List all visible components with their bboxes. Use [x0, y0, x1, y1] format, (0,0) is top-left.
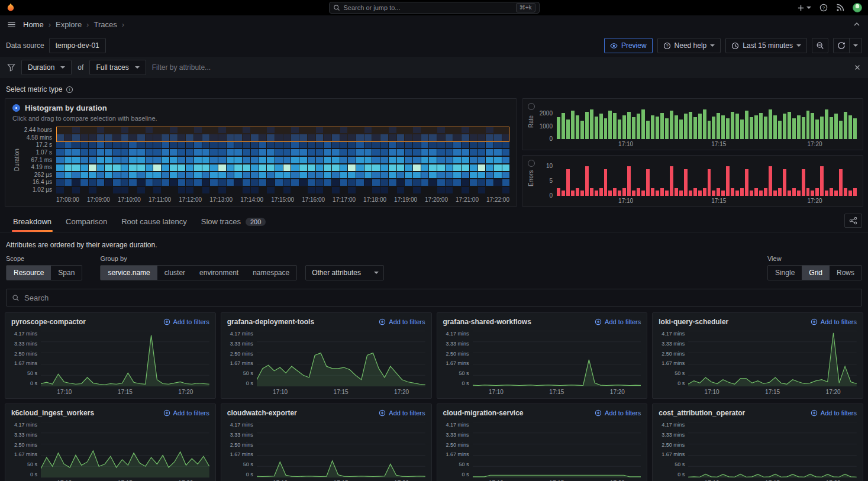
heatmap-cell [234, 142, 242, 149]
view-option-single[interactable]: Single [768, 266, 802, 280]
heatmap-cell [251, 149, 259, 156]
time-range-picker[interactable]: Last 15 minutes [725, 38, 807, 53]
zoom-out-button[interactable] [812, 38, 828, 53]
bar [698, 191, 702, 196]
tab-comparison[interactable]: Comparison [59, 212, 114, 232]
menu-toggle[interactable] [7, 20, 16, 29]
heatmap-cell [97, 157, 105, 163]
heatmap-cell [389, 187, 396, 193]
plot-area [473, 331, 641, 386]
need-help-button[interactable]: ? Need help [657, 38, 721, 53]
bar [660, 113, 664, 139]
top-search-input[interactable]: Search or jump to... ⌘+k [329, 2, 540, 14]
bar [848, 191, 852, 196]
add-to-filters-button[interactable]: Add to filters [379, 409, 425, 417]
heatmap-cell [316, 142, 324, 149]
circle-plus-icon [595, 318, 602, 325]
breadcrumb-item-home[interactable]: Home [23, 20, 44, 29]
heatmap-cell [162, 142, 169, 149]
heatmap-cell [324, 164, 331, 171]
breakdown-search-input[interactable]: Search [6, 289, 862, 306]
add-to-filters-button[interactable]: Add to filters [163, 409, 209, 417]
heatmap-cell [178, 179, 186, 186]
breadcrumb-item-traces[interactable]: Traces [93, 20, 117, 29]
add-button[interactable] [797, 4, 811, 12]
other-attributes-select[interactable]: Other attributes [305, 265, 384, 280]
add-to-filters-button[interactable]: Add to filters [163, 318, 209, 325]
preview-button[interactable]: Preview [604, 38, 653, 53]
heatmap-cell [453, 157, 461, 163]
add-to-filters-button[interactable]: Add to filters [595, 318, 641, 325]
refresh-interval-button[interactable] [849, 38, 862, 53]
heatmap-cell [332, 187, 340, 193]
add-to-filters-button[interactable]: Add to filters [811, 409, 857, 417]
share-button[interactable] [844, 214, 862, 228]
add-to-filters-button[interactable]: Add to filters [595, 409, 641, 417]
add-to-filters-button[interactable]: Add to filters [811, 318, 857, 325]
datasource-select[interactable]: tempo-dev-01 [49, 38, 106, 53]
groupby-option-namespace[interactable]: namespace [246, 266, 296, 280]
heatmap-cell [202, 157, 210, 163]
bar [637, 188, 640, 196]
heatmap-cell [453, 142, 461, 149]
avatar[interactable] [853, 3, 862, 12]
y-tick: 1.67 mins [14, 360, 37, 366]
bar [764, 117, 767, 139]
heatmap-cell [502, 187, 510, 193]
heatmap-cell [494, 187, 502, 193]
bar [646, 121, 650, 139]
breadcrumb-bar: Home›Explore›Traces› [0, 15, 868, 33]
heatmap-cell [502, 172, 510, 179]
breakdown-panel-k6cloud-ingest-workers: k6cloud_ingest_workers Add to filters 4.… [5, 403, 216, 481]
heatmap-cell [56, 157, 64, 163]
tab-label: Slow traces [201, 217, 241, 226]
tab-root-cause-latency[interactable]: Root cause latency [114, 212, 194, 232]
duration-heatmap[interactable]: Duration 2.44 hours4.58 mins17.2 s1.07 s… [12, 127, 509, 203]
view-option-rows[interactable]: Rows [830, 266, 861, 280]
help-icon[interactable]: ? [819, 4, 828, 12]
heatmap-cell [340, 187, 348, 193]
chevron-down-icon [853, 44, 858, 47]
breadcrumb-item-explore[interactable]: Explore [56, 20, 82, 29]
groupby-option-service-name[interactable]: service.name [101, 266, 157, 280]
heatmap-cell [146, 179, 153, 186]
heatmap-cell [299, 187, 307, 193]
bar [604, 118, 608, 139]
x-axis: 17:1017:1517:20 [688, 477, 857, 481]
chevron-up-icon[interactable] [853, 20, 861, 28]
bar [665, 118, 669, 139]
tab-slow-traces[interactable]: Slow traces200 [194, 212, 273, 232]
heatmap-row [56, 187, 509, 193]
news-icon[interactable] [836, 4, 844, 12]
tab-breakdown[interactable]: Breakdown [6, 212, 59, 232]
full-traces-select[interactable]: Full traces [89, 60, 146, 75]
heatmap-cell [372, 187, 380, 193]
y-tick: 0 s [462, 472, 469, 477]
info-icon[interactable]: i [66, 86, 73, 93]
heatmap-cell [170, 142, 178, 149]
grafana-logo[interactable] [6, 3, 15, 12]
groupby-option-environment[interactable]: environment [192, 266, 246, 280]
scope-option-span[interactable]: Span [51, 266, 82, 280]
heatmap-cell [153, 179, 161, 186]
heatmap-cell [283, 164, 291, 171]
y-tick: 4.17 mins [662, 331, 685, 337]
duration-selection-overlay[interactable] [56, 127, 509, 142]
view-option-grid[interactable]: Grid [802, 266, 830, 280]
duration-select[interactable]: Duration [21, 60, 72, 75]
view-label: View [767, 255, 862, 262]
close-icon[interactable] [854, 64, 861, 71]
histogram-radio[interactable] [12, 104, 20, 112]
heatmap-cell [397, 149, 405, 156]
scope-option-resource[interactable]: Resource [7, 266, 51, 280]
add-to-filters-label: Add to filters [389, 409, 425, 417]
y-tick: 2.50 mins [230, 442, 253, 448]
heatmap-cell [170, 157, 178, 163]
y-axis: 4.17 mins3.33 mins2.50 mins1.67 mins50 s… [8, 422, 41, 477]
refresh-button[interactable] [833, 38, 849, 53]
y-tick: 50 s [243, 461, 253, 467]
y-tick: 4.17 mins [446, 331, 469, 337]
attribute-filter-input[interactable]: Filter by attribute... [152, 63, 211, 72]
add-to-filters-button[interactable]: Add to filters [379, 318, 425, 325]
groupby-option-cluster[interactable]: cluster [157, 266, 192, 280]
